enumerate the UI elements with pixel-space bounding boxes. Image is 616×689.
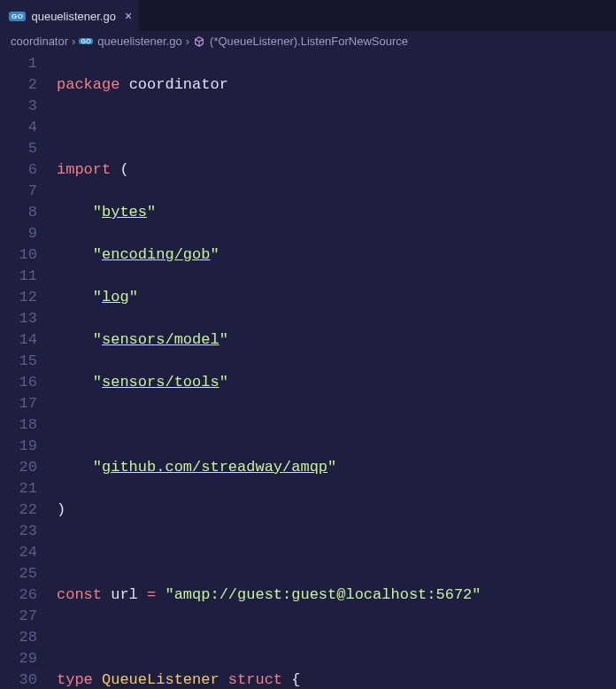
chevron-right-icon: › (72, 35, 75, 48)
breadcrumb-symbol-label: (*QueueListener).ListenForNewSource (210, 35, 408, 48)
tab-queuelistener[interactable]: GO queuelistener.go × (0, 0, 139, 31)
go-lang-icon: GO (9, 12, 26, 21)
breadcrumb-file-label: queuelistener.go (97, 35, 181, 48)
breadcrumb-file[interactable]: GO queuelistener.go (79, 35, 181, 48)
tab-bar: GO queuelistener.go × (0, 0, 616, 31)
code-content[interactable]: package coordinator import ( "bytes" "en… (57, 53, 616, 689)
close-icon[interactable]: × (125, 9, 132, 23)
method-icon (193, 35, 205, 48)
code-editor[interactable]: 12345678910 11121314151617181920 2122232… (0, 53, 616, 689)
chevron-right-icon: › (186, 35, 189, 48)
line-gutter: 12345678910 11121314151617181920 2122232… (0, 53, 57, 689)
breadcrumb-folder[interactable]: coordinator (11, 35, 68, 48)
breadcrumb: coordinator › GO queuelistener.go › (*Qu… (0, 31, 616, 53)
go-lang-icon: GO (79, 38, 93, 44)
breadcrumb-symbol[interactable]: (*QueueListener).ListenForNewSource (193, 35, 408, 48)
tab-filename: queuelistener.go (31, 10, 115, 23)
